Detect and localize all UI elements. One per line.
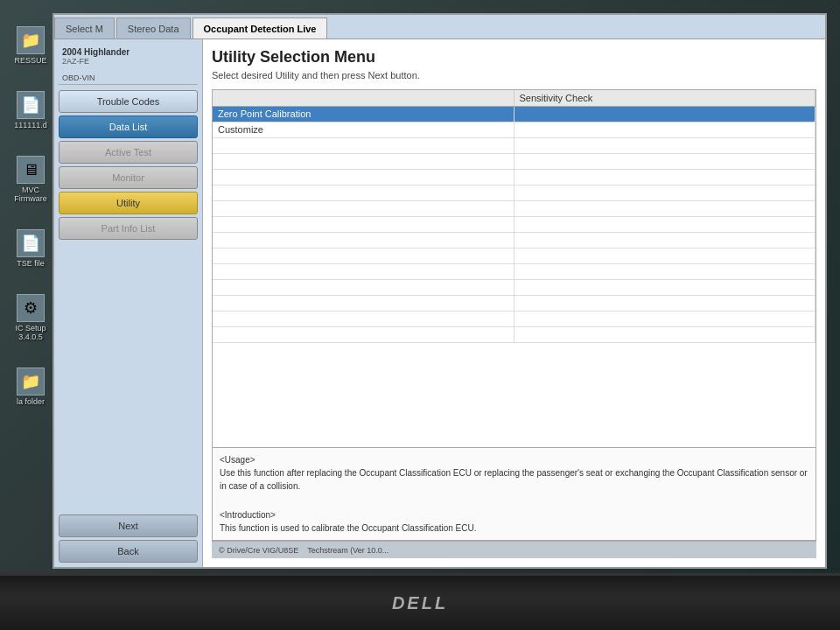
- data-list-button[interactable]: Data List: [59, 116, 198, 138]
- vin-label: OBD-VIN: [59, 72, 198, 85]
- sidebar: 2004 Highlander 2AZ-FE OBD-VIN Trouble C…: [54, 39, 203, 567]
- usage-title: <Usage>: [220, 453, 808, 466]
- grid-cell-zpc-2: [514, 107, 816, 122]
- icon-label: IC Setup3.4.0.5: [15, 324, 46, 341]
- status-bar: © Drive/Cre VIG/U8SE Techstream (Ver 10.…: [212, 541, 816, 558]
- grid-row-9[interactable]: [213, 233, 816, 248]
- grid-row-7[interactable]: [213, 201, 816, 217]
- vehicle-code: 2AZ-FE: [62, 57, 194, 66]
- vehicle-info: 2004 Highlander 2AZ-FE: [59, 44, 198, 69]
- intro-title: <Introduction>: [220, 508, 808, 522]
- panel-subtitle: Select desired Utility and then press Ne…: [212, 70, 816, 80]
- grid-body[interactable]: Zero Point Calibration Customize: [213, 107, 816, 447]
- grid-row-13[interactable]: [213, 296, 816, 312]
- desktop-icon-mvc[interactable]: 🖥 MVCFirmware: [4, 156, 57, 203]
- icon-label: 111111.d: [14, 121, 47, 130]
- computer-icon: 🖥: [17, 156, 45, 184]
- grid-row-6[interactable]: [213, 186, 816, 201]
- icon-label: TSE file: [17, 259, 45, 268]
- usage-text: Use this function after replacing the Oc…: [220, 466, 808, 493]
- active-test-button[interactable]: Active Test: [59, 141, 198, 164]
- grid-row-4[interactable]: [213, 154, 816, 170]
- tab-select-m[interactable]: Select M: [54, 18, 115, 38]
- grid-cell-customize-2: [514, 122, 816, 137]
- grid-row-3[interactable]: [213, 138, 816, 154]
- desktop-icon-tse[interactable]: 📄 TSE file: [4, 229, 57, 268]
- utility-button[interactable]: Utility: [59, 192, 198, 214]
- tab-bar: Select M Stereo Data Occupant Detection …: [54, 15, 825, 39]
- trouble-codes-button[interactable]: Trouble Codes: [59, 90, 198, 113]
- grid-row-15[interactable]: [213, 327, 816, 343]
- folder-icon: 📁: [17, 26, 45, 54]
- folder-icon-2: 📁: [17, 368, 45, 396]
- file-icon-2: 📄: [17, 229, 45, 257]
- tab-stereo-data[interactable]: Stereo Data: [116, 18, 191, 38]
- app-content: 2004 Highlander 2AZ-FE OBD-VIN Trouble C…: [54, 39, 825, 567]
- desktop: 📁 RESSUE 📄 111111.d 🖥 MVCFirmware 📄 TSE …: [0, 0, 840, 630]
- grid-row-5[interactable]: [213, 170, 816, 186]
- status-left: © Drive/Cre VIG/U8SE: [219, 546, 298, 555]
- grid-cell-customize: Customize: [213, 122, 514, 137]
- grid-header: Sensitivity Check: [213, 90, 816, 107]
- status-center: Techstream (Ver 10.0...: [307, 546, 388, 555]
- vehicle-model: 2004 Highlander: [62, 47, 194, 57]
- icon-label: RESSUE: [14, 56, 46, 65]
- col2-header: Sensitivity Check: [514, 90, 816, 106]
- grid-row-customize[interactable]: Customize: [213, 122, 816, 138]
- main-panel: Utility Selection Menu Select desired Ut…: [203, 39, 825, 567]
- grid-row-11[interactable]: [213, 264, 816, 280]
- grid-row-10[interactable]: [213, 248, 816, 264]
- panel-title: Utility Selection Menu: [212, 48, 816, 66]
- back-button[interactable]: Back: [59, 540, 198, 563]
- utility-grid: Sensitivity Check Zero Point Calibration…: [212, 89, 816, 448]
- intro-text: This function is used to calibrate the O…: [220, 522, 808, 535]
- file-icon: 📄: [17, 91, 45, 119]
- icon-label: MVCFirmware: [14, 186, 47, 203]
- tab-occupant-detection[interactable]: Occupant Detection Live: [192, 18, 328, 38]
- app-window: Select M Stereo Data Occupant Detection …: [52, 13, 827, 569]
- grid-row-14[interactable]: [213, 312, 816, 327]
- desktop-icons: 📁 RESSUE 📄 111111.d 🖥 MVCFirmware 📄 TSE …: [4, 26, 57, 406]
- part-info-button[interactable]: Part Info List: [59, 217, 198, 240]
- description-area: <Usage> Use this function after replacin…: [212, 448, 816, 541]
- grid-row-8[interactable]: [213, 217, 816, 233]
- col1-header: [213, 90, 514, 106]
- desktop-icon-folder2[interactable]: 📁 la folder: [4, 368, 57, 406]
- desktop-icon-file[interactable]: 📄 111111.d: [4, 91, 57, 130]
- gear-icon: ⚙: [17, 294, 45, 322]
- desktop-icon-ressue[interactable]: 📁 RESSUE: [4, 26, 57, 65]
- next-button[interactable]: Next: [59, 514, 198, 537]
- desktop-icon-setup[interactable]: ⚙ IC Setup3.4.0.5: [4, 294, 57, 341]
- icon-label: la folder: [17, 397, 45, 406]
- grid-row-12[interactable]: [213, 280, 816, 296]
- monitor-button[interactable]: Monitor: [59, 166, 198, 189]
- dell-logo: DELL: [392, 593, 448, 613]
- laptop-bezel: DELL: [0, 573, 840, 630]
- sidebar-bottom-buttons: Next Back: [59, 514, 198, 563]
- grid-cell-zpc: Zero Point Calibration: [213, 107, 514, 122]
- grid-row-zpc[interactable]: Zero Point Calibration: [213, 107, 816, 122]
